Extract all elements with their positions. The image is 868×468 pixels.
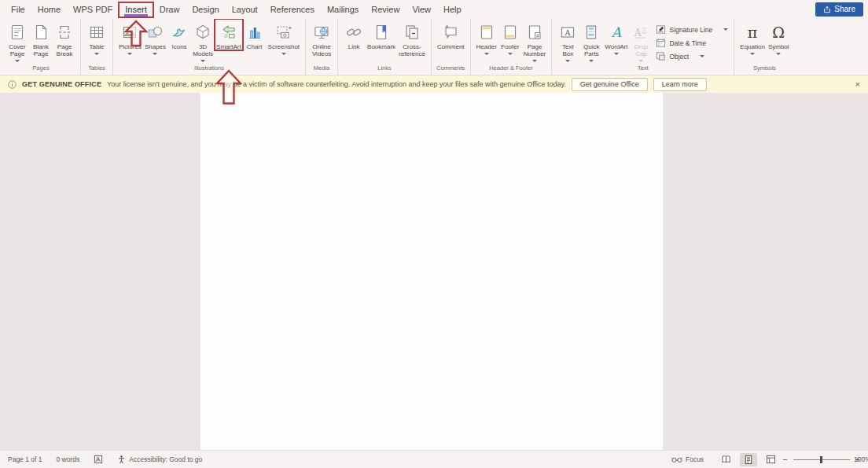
page-break-button[interactable]: Page Break	[53, 19, 76, 57]
web-layout-button[interactable]	[762, 453, 780, 466]
get-genuine-office-button[interactable]: Get genuine Office	[572, 78, 648, 91]
blank-page-label: Blank Page	[33, 43, 49, 57]
date-time-label: Date & Time	[669, 39, 706, 47]
quick-parts-label: Quick Parts	[583, 43, 599, 57]
tab-home[interactable]: Home	[31, 2, 67, 17]
footer-label: Footer	[501, 43, 519, 50]
focus-toggle[interactable]: Focus	[671, 455, 704, 463]
pictures-button[interactable]: Pictures	[117, 19, 143, 55]
icons-label: Icons	[171, 43, 186, 50]
dropdown-caret	[281, 53, 286, 55]
cover-page-label: Cover Page	[9, 43, 25, 57]
dropdown-caret	[638, 60, 643, 62]
online-videos-icon	[312, 22, 331, 42]
chart-button[interactable]: Chart	[243, 19, 267, 50]
page-number-button[interactable]: # Page Number	[522, 19, 547, 62]
text-box-label: Text Box	[562, 43, 574, 57]
banner-message: Your license isn't genuine, and you may …	[107, 80, 566, 88]
comment-button[interactable]: Comment	[436, 19, 466, 50]
share-label: Share	[834, 5, 855, 13]
group-label-pages: Pages	[6, 64, 76, 75]
icons-bird-icon	[170, 22, 189, 42]
ribbon: Cover Page Blank Page Page Break Pages T…	[0, 19, 868, 76]
tab-mailings[interactable]: Mailings	[321, 2, 365, 17]
date-time-button[interactable]: Date & Time	[656, 38, 728, 48]
zoom-slider-handle[interactable]	[820, 456, 822, 463]
print-layout-button[interactable]	[740, 453, 757, 466]
share-button[interactable]: Share	[815, 2, 863, 17]
icons-button[interactable]: Icons	[167, 19, 191, 50]
ribbon-group-illustrations: Pictures Shapes Icons 3D Models SmartArt	[113, 19, 306, 75]
ribbon-group-links: Link Bookmark Cross- reference Links	[338, 19, 432, 75]
text-box-button[interactable]: A Text Box	[556, 19, 579, 62]
cover-page-button[interactable]: Cover Page	[6, 19, 29, 62]
document-area	[0, 93, 868, 450]
page-number-hash: #	[536, 32, 539, 38]
tab-help[interactable]: Help	[437, 2, 468, 17]
screenshot-icon	[274, 22, 293, 42]
tab-review[interactable]: Review	[365, 2, 406, 17]
symbol-button[interactable]: Ω Symbol	[767, 19, 791, 55]
blank-page-button[interactable]: Blank Page	[29, 19, 53, 57]
learn-more-button[interactable]: Learn more	[653, 78, 707, 91]
comment-label: Comment	[437, 43, 465, 50]
link-button[interactable]: Link	[342, 19, 366, 50]
cross-reference-button[interactable]: Cross- reference	[397, 19, 427, 57]
tab-references[interactable]: References	[264, 2, 321, 17]
pictures-icon	[120, 22, 139, 42]
pictures-label: Pictures	[119, 43, 142, 50]
group-label-symbols: Symbols	[738, 64, 790, 75]
group-label-text: Text	[556, 64, 730, 75]
read-mode-button[interactable]	[717, 453, 735, 466]
dropdown-caret	[15, 60, 20, 62]
text-box-letter: A	[565, 28, 571, 36]
proofing-status[interactable]	[94, 455, 103, 464]
dropdown-caret	[750, 53, 755, 55]
tab-file[interactable]: File	[5, 2, 31, 17]
tab-design[interactable]: Design	[186, 2, 225, 17]
footer-button[interactable]: Footer	[498, 19, 522, 55]
dropdown-caret	[776, 53, 781, 55]
dropdown-caret	[700, 55, 704, 57]
page-indicator[interactable]: Page 1 of 1	[8, 455, 42, 463]
dropdown-caret	[153, 53, 157, 55]
drop-cap-button[interactable]: A Drop Cap	[629, 19, 653, 62]
tab-insert[interactable]: Insert	[119, 2, 153, 17]
tab-view[interactable]: View	[406, 2, 437, 17]
comment-icon	[441, 22, 460, 42]
quick-parts-button[interactable]: Quick Parts	[579, 19, 603, 62]
wordart-button[interactable]: A WordArt	[603, 19, 629, 55]
smartart-button[interactable]: SmartArt	[215, 19, 243, 50]
tab-layout[interactable]: Layout	[226, 2, 264, 17]
dropdown-caret	[589, 60, 594, 62]
tab-wps-pdf[interactable]: WPS PDF	[67, 2, 119, 17]
document-page[interactable]	[200, 93, 663, 450]
drop-cap-icon: A	[631, 22, 650, 42]
zoom-out-button[interactable]: −	[782, 455, 787, 464]
equation-button[interactable]: π Equation	[738, 19, 767, 55]
accessibility-status[interactable]: Accessibility: Good to go	[117, 455, 202, 464]
wordart-label: WordArt	[605, 43, 627, 50]
word-count[interactable]: 0 words	[56, 455, 79, 463]
dropdown-caret	[200, 60, 205, 62]
zoom-percent[interactable]: 100%	[854, 455, 868, 463]
focus-label: Focus	[686, 455, 704, 463]
tab-draw[interactable]: Draw	[153, 2, 186, 17]
signature-line-icon	[656, 24, 666, 35]
bookmark-label: Bookmark	[367, 43, 395, 50]
signature-line-button[interactable]: Signature Line	[656, 24, 728, 35]
header-button[interactable]: Header	[475, 19, 498, 55]
ribbon-group-media: Online Videos Media	[306, 19, 338, 75]
equation-label: Equation	[740, 43, 765, 50]
shapes-button[interactable]: Shapes	[143, 19, 167, 55]
3d-models-button[interactable]: 3D Models	[191, 19, 215, 62]
banner-close-icon[interactable]: ×	[855, 80, 860, 89]
bookmark-button[interactable]: Bookmark	[366, 19, 397, 50]
zoom-slider[interactable]	[793, 459, 850, 460]
genuine-office-banner: GET GENUINE OFFICE Your license isn't ge…	[0, 76, 868, 93]
object-button[interactable]: Object	[656, 51, 728, 61]
web-layout-icon	[766, 455, 776, 464]
online-videos-button[interactable]: Online Videos	[310, 19, 333, 57]
screenshot-button[interactable]: Screenshot	[267, 19, 301, 55]
table-button[interactable]: Table	[85, 19, 108, 55]
